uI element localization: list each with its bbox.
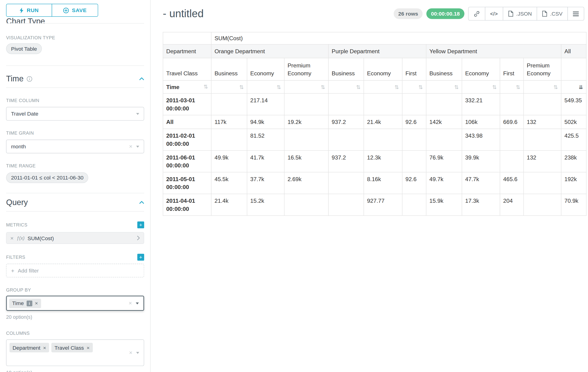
time-section-header[interactable]: Time — [6, 66, 144, 88]
pivot-value-cell: 16.5k — [284, 150, 328, 172]
pivot-row-label: All — [163, 115, 211, 129]
view-query-button[interactable]: </> — [485, 7, 503, 21]
time-column-select[interactable]: Travel Date — [6, 107, 144, 121]
pivot-col-leaf: First — [500, 58, 523, 81]
chart-header: - untitled 26 rows 00:00:00.18 </> .JSON — [163, 7, 584, 21]
time-grain-select[interactable]: month × — [6, 140, 144, 153]
selected-option-tag[interactable]: Timei× — [9, 298, 41, 308]
sort-toggle-icon[interactable]: ⇅ — [356, 84, 360, 90]
metric-chip[interactable]: × ƒ(x) SUM(Cost) — [6, 232, 144, 244]
pivot-col-leaf — [561, 58, 586, 81]
chevron-right-icon[interactable] — [137, 235, 140, 240]
pivot-value-cell: 238k — [561, 150, 586, 172]
metric-label: SUM(Cost) — [28, 235, 134, 241]
pivot-value-cell — [402, 129, 426, 150]
clear-icon[interactable]: × — [129, 143, 132, 150]
add-metric-button[interactable]: + — [137, 221, 144, 228]
pivot-body: 2011-03-01 00:00:00217.14332.21549.35All… — [163, 94, 586, 215]
pivot-sort-cell[interactable]: ⇅ — [211, 80, 247, 94]
time-grain-label: TIME GRAIN — [6, 130, 144, 136]
pivot-col-leaf: Business — [328, 58, 364, 81]
pivot-value-cell: 76.9k — [426, 150, 462, 172]
selected-option-tag[interactable]: Travel Class× — [51, 343, 93, 352]
pivot-table: SUM(Cost) Department Orange DepartmentPu… — [163, 32, 586, 215]
pivot-value-cell — [500, 94, 523, 115]
pivot-value-cell: 937.2 — [328, 115, 364, 129]
export-csv-button[interactable]: .CSV — [537, 7, 568, 21]
menu-button[interactable] — [567, 7, 584, 21]
remove-tag-icon[interactable]: × — [35, 300, 38, 306]
pivot-sort-cell[interactable]: ⇅ — [284, 80, 328, 94]
sort-toggle-icon[interactable]: ⇅ — [419, 84, 423, 90]
sort-toggle-icon[interactable]: ⇅ — [321, 84, 325, 90]
columns-tags: Department×Travel Class× — [10, 343, 93, 352]
pivot-sort-cell[interactable]: ⇅ — [328, 80, 364, 94]
sort-toggle-icon[interactable]: ⇅ — [204, 84, 208, 90]
pivot-sort-cell[interactable]: ⇅ — [500, 80, 523, 94]
pivot-value-cell: 21.4k — [364, 115, 402, 129]
visualization-type-value[interactable]: Pivot Table — [6, 43, 42, 54]
pivot-value-cell — [211, 94, 247, 115]
chevron-up-icon[interactable] — [139, 77, 144, 80]
sort-descending-icon[interactable]: ⇊ — [579, 84, 583, 90]
chart-type-section-header[interactable]: Chart Type — [6, 17, 144, 23]
save-button[interactable]: SAVE — [52, 4, 98, 17]
sort-toggle-icon[interactable]: ⇅ — [554, 84, 558, 90]
pivot-col-leaf: Business — [426, 58, 462, 81]
pivot-sort-cell[interactable]: ⇅ — [247, 80, 284, 94]
pivot-axis-time: Time ⇅ — [163, 80, 211, 94]
run-button[interactable]: RUN — [6, 4, 52, 17]
time-range-label: TIME RANGE — [6, 163, 144, 169]
add-filter-button[interactable]: + Add filter — [6, 264, 144, 277]
pivot-row-label: 2011-05-01 00:00:00 — [163, 172, 211, 194]
plus-icon: + — [139, 222, 142, 228]
pivot-sort-cell[interactable]: ⇅ — [364, 80, 402, 94]
selected-option-tag[interactable]: Department× — [10, 343, 49, 352]
pivot-value-cell: 45.5k — [211, 172, 247, 194]
caret-down-icon — [136, 302, 139, 304]
pivot-metric-row: SUM(Cost) — [163, 32, 586, 44]
time-axis-label: Time — [166, 84, 179, 90]
pivot-row: 2011-02-01 00:00:0081.52343.98425.5 — [163, 129, 586, 150]
pivot-value-cell: 49.9k — [211, 150, 247, 172]
pivot-value-cell: 2.69k — [284, 172, 328, 194]
add-filter-plus-button[interactable]: + — [137, 254, 144, 261]
query-section-header[interactable]: Query — [6, 193, 144, 212]
pivot-col-leaf: Economy — [364, 58, 402, 81]
sort-toggle-icon[interactable]: ⇅ — [239, 84, 244, 90]
remove-tag-icon[interactable]: × — [43, 345, 46, 351]
pivot-sort-cell[interactable]: ⇅ — [524, 80, 561, 94]
sort-toggle-icon[interactable]: ⇅ — [454, 84, 459, 90]
remove-tag-icon[interactable]: × — [87, 345, 90, 351]
caret-down-icon — [136, 146, 139, 148]
clear-icon[interactable]: × — [129, 349, 132, 357]
sort-toggle-icon[interactable]: ⇅ — [277, 84, 281, 90]
pivot-axis-travel-class: Travel Class — [163, 58, 211, 81]
remove-metric-icon[interactable]: × — [10, 235, 13, 241]
time-range-value[interactable]: 2011-01-01 ≤ col < 2011-06-30 — [6, 172, 88, 183]
copy-link-button[interactable] — [468, 7, 485, 21]
pivot-value-cell — [328, 194, 364, 215]
function-icon: ƒ(x) — [17, 235, 25, 241]
explore-view: RUN SAVE Chart Type VISUALIZATION TYPE P… — [0, 0, 588, 372]
pivot-value-cell — [500, 150, 523, 172]
pivot-value-cell: 21.4k — [211, 194, 247, 215]
pivot-sort-cell[interactable]: ⇅ — [426, 80, 462, 94]
pivot-sort-cell[interactable]: ⇊ — [561, 80, 586, 94]
chevron-up-icon[interactable] — [139, 201, 144, 204]
columns-select[interactable]: Department×Travel Class× × — [6, 340, 144, 366]
sort-toggle-icon[interactable]: ⇅ — [516, 84, 520, 90]
export-json-button[interactable]: .JSON — [503, 7, 537, 21]
pivot-value-cell: 37.7k — [247, 172, 284, 194]
pivot-sort-cell[interactable]: ⇅ — [402, 80, 426, 94]
pivot-sort-cell[interactable]: ⇅ — [462, 80, 500, 94]
chart-title[interactable]: - untitled — [163, 8, 204, 20]
pivot-value-cell — [328, 129, 364, 150]
sort-toggle-icon[interactable]: ⇅ — [492, 84, 497, 90]
metrics-label: METRICS — [6, 222, 27, 228]
clear-icon[interactable]: × — [129, 299, 132, 307]
sort-toggle-icon[interactable]: ⇅ — [394, 84, 399, 90]
pivot-header-leaves: Travel Class BusinessEconomyPremium Econ… — [163, 58, 586, 81]
group-by-select[interactable]: Timei× × — [6, 296, 144, 311]
time-grain-value: month — [11, 143, 26, 149]
